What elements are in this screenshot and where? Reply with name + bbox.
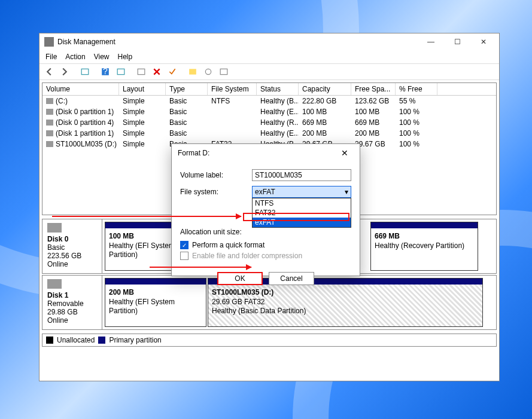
titlebar[interactable]: Disk Management — ☐ ✕ [39,33,499,50]
col-type[interactable]: Type [166,83,208,95]
legend-unallocated: Unallocated [57,336,95,344]
chevron-down-icon: ▾ [345,188,348,196]
app-icon [44,37,54,47]
annotation-arrow-2 [150,267,251,268]
menubar: File Action View Help [39,50,499,63]
col-free[interactable]: Free Spa... [351,83,396,95]
maximize-button[interactable]: ☐ [444,33,470,50]
column-headers: Volume Layout Type File System Status Ca… [42,83,496,96]
help-button[interactable]: ? [98,65,113,78]
svg-point-6 [205,69,211,74]
close-button[interactable]: ✕ [470,33,497,50]
col-layout[interactable]: Layout [119,83,166,95]
quick-format-checkbox[interactable]: ✓ [180,241,189,249]
volume-label-label: Volume label: [180,171,252,179]
filesystem-selected: exFAT [255,188,275,196]
svg-rect-3 [117,69,124,74]
menu-file[interactable]: File [45,53,57,61]
annotation-arrow-1 [52,216,241,217]
delete-icon[interactable] [150,65,164,78]
partition[interactable]: 669 MBHealthy (Recovery Partition) [370,222,478,271]
svg-rect-0 [81,69,89,74]
window-title: Disk Management [57,38,418,46]
toolbar-btn-2[interactable] [114,65,128,78]
compression-label: Enable file and folder compression [192,252,302,260]
col-capacity[interactable]: Capacity [299,83,351,95]
toolbar-btn-1[interactable] [78,65,92,78]
compression-checkbox[interactable] [180,252,189,260]
ok-button[interactable]: OK [217,272,263,285]
toolbar-btn-6[interactable] [201,65,215,78]
legend: Unallocated Primary partition [42,334,497,347]
filesystem-label: File system: [180,188,252,196]
menu-action[interactable]: Action [65,53,85,61]
svg-rect-4 [138,69,145,74]
legend-primary: Primary partition [109,336,161,344]
back-button[interactable] [42,65,56,78]
table-row[interactable]: (Disk 1 partition 1)SimpleBasicHealthy (… [42,128,496,139]
toolbar: ? [39,63,499,80]
table-row[interactable]: (Disk 0 partition 1)SimpleBasicHealthy (… [42,106,496,117]
legend-swatch-unallocated [46,337,53,344]
svg-text:?: ? [103,68,108,76]
allocation-label: Allocation unit size: [180,228,252,236]
toolbar-btn-3[interactable] [134,65,148,78]
col-pct[interactable]: % Free [396,83,437,95]
svg-rect-7 [220,69,227,74]
forward-button[interactable] [57,65,72,78]
filesystem-options: NTFS FAT32 exFAT [252,198,351,228]
col-fs[interactable]: File System [208,83,257,95]
cancel-button[interactable]: Cancel [269,272,314,285]
toolbar-btn-7[interactable] [217,65,231,78]
svg-rect-5 [189,69,196,74]
menu-view[interactable]: View [94,53,110,61]
menu-help[interactable]: Help [118,53,133,61]
table-row[interactable]: (Disk 0 partition 4)SimpleBasicHealthy (… [42,117,496,128]
dialog-title: Format D: [178,149,336,157]
filesystem-combo[interactable]: exFAT ▾ NTFS FAT32 exFAT [252,186,351,198]
quick-format-label: Perform a quick format [192,241,265,249]
format-dialog: Format D: ✕ Volume label: File system: e… [171,143,360,276]
volume-label-input[interactable] [252,169,351,181]
table-row[interactable]: (C:)SimpleBasicNTFSHealthy (B...222.80 G… [42,96,496,106]
legend-swatch-primary [98,337,105,344]
fs-option-ntfs[interactable]: NTFS [253,198,351,208]
fs-option-exfat[interactable]: exFAT [253,218,351,227]
col-volume[interactable]: Volume [42,83,119,95]
fs-option-fat32[interactable]: FAT32 [253,208,351,218]
dialog-close-button[interactable]: ✕ [336,144,354,162]
toolbar-btn-5[interactable] [186,65,200,78]
col-status[interactable]: Status [257,83,299,95]
toolbar-btn-4[interactable] [165,65,180,78]
minimize-button[interactable]: — [418,33,444,50]
